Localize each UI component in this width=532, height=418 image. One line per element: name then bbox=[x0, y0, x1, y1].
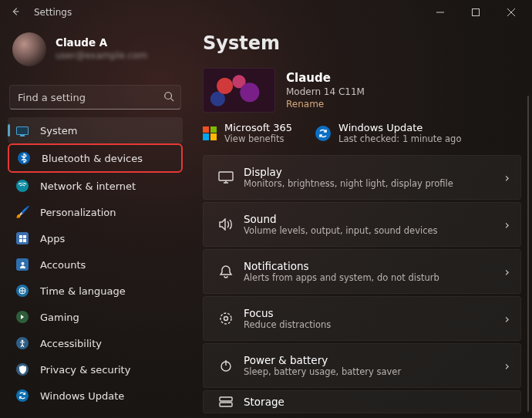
chevron-right-icon: › bbox=[505, 312, 510, 326]
minimize-button[interactable] bbox=[423, 0, 458, 25]
svg-point-16 bbox=[224, 317, 228, 321]
microsoft-365-link[interactable]: Microsoft 365 View benefits bbox=[203, 122, 292, 144]
device-wallpaper-thumb bbox=[203, 68, 275, 113]
nav-gaming[interactable]: Gaming bbox=[8, 304, 183, 330]
accessibility-icon bbox=[15, 336, 29, 350]
nav-list: System Bluetooth & devices Network & int… bbox=[8, 117, 183, 409]
card-notifications[interactable]: Notifications Alerts from apps and syste… bbox=[203, 249, 521, 294]
wu-title: Windows Update bbox=[338, 122, 461, 133]
nav-label: Accessibility bbox=[40, 338, 102, 349]
sidebar: Claude A user@example.com System Bluetoo… bbox=[0, 25, 190, 418]
card-label: Notifications bbox=[244, 260, 505, 272]
scrollbar[interactable] bbox=[527, 96, 529, 412]
window-title: Settings bbox=[34, 7, 423, 18]
svg-rect-7 bbox=[23, 235, 26, 238]
focus-icon bbox=[213, 312, 239, 325]
profile-block[interactable]: Claude A user@example.com bbox=[8, 25, 183, 72]
nav-label: Bluetooth & devices bbox=[42, 153, 143, 164]
update-sync-icon bbox=[15, 389, 29, 403]
card-focus[interactable]: Focus Reduce distractions › bbox=[203, 296, 521, 341]
back-button[interactable] bbox=[9, 6, 22, 19]
storage-icon bbox=[213, 396, 239, 407]
update-sync-icon bbox=[315, 126, 331, 141]
nav-accounts[interactable]: Accounts bbox=[8, 251, 183, 278]
nav-time[interactable]: Time & language bbox=[8, 278, 183, 304]
card-sound[interactable]: Sound Volume levels, output, input, soun… bbox=[203, 202, 521, 247]
page-heading: System bbox=[203, 32, 521, 54]
nav-windows-update[interactable]: Windows Update bbox=[8, 383, 183, 409]
nav-personalization[interactable]: 🖌️ Personalization bbox=[8, 199, 183, 225]
card-label: Focus bbox=[244, 307, 505, 319]
card-sub: Volume levels, output, input, sound devi… bbox=[244, 225, 505, 236]
card-label: Storage bbox=[244, 396, 510, 408]
nav-bluetooth[interactable]: Bluetooth & devices bbox=[8, 143, 183, 173]
card-storage[interactable]: Storage bbox=[203, 390, 521, 413]
wifi-icon bbox=[15, 179, 29, 193]
nav-label: Time & language bbox=[40, 285, 126, 297]
nav-system[interactable]: System bbox=[8, 117, 183, 143]
maximize-button[interactable] bbox=[458, 0, 493, 25]
clock-globe-icon bbox=[15, 284, 29, 298]
chevron-right-icon: › bbox=[505, 359, 510, 373]
svg-rect-14 bbox=[219, 172, 233, 180]
chevron-right-icon: › bbox=[505, 217, 510, 232]
svg-point-13 bbox=[22, 340, 24, 342]
nav-label: Accounts bbox=[40, 259, 86, 271]
content-area: System Claude Modern 14 C11M Rename Micr… bbox=[190, 25, 532, 418]
nav-privacy[interactable]: Privacy & security bbox=[8, 356, 183, 383]
device-name: Claude bbox=[286, 71, 365, 85]
card-label: Display bbox=[244, 166, 505, 178]
bluetooth-icon bbox=[17, 151, 31, 165]
rename-link[interactable]: Rename bbox=[286, 99, 365, 110]
svg-point-4 bbox=[165, 92, 172, 99]
close-button[interactable] bbox=[493, 0, 529, 25]
gaming-icon bbox=[15, 310, 29, 324]
svg-rect-18 bbox=[220, 397, 232, 401]
nav-accessibility[interactable]: Accessibility bbox=[8, 330, 183, 356]
card-sub: Monitors, brightness, night light, displ… bbox=[244, 178, 505, 189]
chevron-right-icon: › bbox=[505, 265, 510, 279]
nav-label: Gaming bbox=[40, 312, 79, 323]
nav-label: Privacy & security bbox=[40, 364, 130, 376]
nav-label: Apps bbox=[40, 233, 65, 244]
bell-icon bbox=[213, 265, 239, 278]
display-icon bbox=[213, 171, 239, 184]
device-summary: Claude Modern 14 C11M Rename bbox=[203, 68, 521, 113]
ms365-sub: View benefits bbox=[224, 133, 292, 144]
profile-email: user@example.com bbox=[56, 50, 147, 62]
nav-label: System bbox=[40, 125, 77, 137]
svg-rect-6 bbox=[19, 235, 22, 238]
paintbrush-icon: 🖌️ bbox=[15, 205, 29, 219]
svg-point-10 bbox=[21, 261, 24, 265]
profile-name: Claude A bbox=[56, 36, 147, 50]
nav-network[interactable]: Network & internet bbox=[8, 173, 183, 199]
wu-sub: Last checked: 1 minute ago bbox=[338, 133, 461, 144]
chevron-right-icon: › bbox=[505, 170, 510, 185]
card-sub: Sleep, battery usage, battery saver bbox=[244, 366, 505, 377]
search-input[interactable] bbox=[18, 92, 163, 103]
avatar bbox=[12, 32, 46, 66]
search-box[interactable] bbox=[9, 85, 181, 110]
svg-rect-8 bbox=[19, 239, 22, 242]
apps-icon bbox=[15, 231, 29, 245]
card-power[interactable]: Power & battery Sleep, battery usage, ba… bbox=[203, 343, 521, 388]
nav-label: Network & internet bbox=[40, 180, 136, 192]
search-icon bbox=[163, 90, 174, 105]
titlebar: Settings bbox=[0, 0, 532, 25]
card-sub: Alerts from apps and system, do not dist… bbox=[244, 272, 505, 283]
card-label: Sound bbox=[244, 213, 505, 225]
windows-update-link[interactable]: Windows Update Last checked: 1 minute ag… bbox=[315, 122, 461, 144]
svg-rect-19 bbox=[220, 403, 232, 406]
nav-label: Personalization bbox=[40, 207, 116, 218]
device-model: Modern 14 C11M bbox=[286, 86, 365, 97]
microsoft-logo-icon bbox=[203, 126, 217, 140]
sound-icon bbox=[213, 218, 239, 231]
svg-line-5 bbox=[171, 98, 174, 101]
nav-apps[interactable]: Apps bbox=[8, 225, 183, 251]
svg-rect-1 bbox=[473, 9, 480, 16]
ms365-title: Microsoft 365 bbox=[224, 122, 292, 133]
svg-point-15 bbox=[221, 313, 231, 324]
card-sub: Reduce distractions bbox=[244, 319, 505, 330]
person-icon bbox=[15, 258, 29, 271]
card-display[interactable]: Display Monitors, brightness, night ligh… bbox=[203, 155, 521, 200]
